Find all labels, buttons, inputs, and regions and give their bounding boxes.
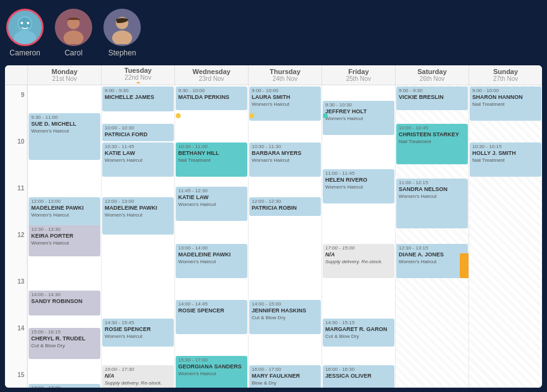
appt-na-tue[interactable]: 16:00 - 17:30 N/A Supply delivery. Re-st… [102,365,174,388]
tuesday-dot [136,82,140,83]
avatar-img-cameron [6,9,44,46]
appt-sandra-nelson[interactable]: 11:00 - 12:15 SANDRA NELSON Women's Hair… [396,179,468,228]
wednesday-yellow-dot [176,113,181,118]
day-header-mon: Monday 21st Nov [27,65,101,85]
appt-patricia-robin[interactable]: 12:00 - 12:30 PATRICIA ROBIN [249,197,321,216]
appt-sue-michell[interactable]: 9:30 - 11:00 SUE D. MICHELL Women's Hair… [29,113,100,160]
appt-na-fri[interactable]: 17:00 - 15:00 N/A Supply delivery. Re-st… [323,244,394,278]
thursday-yellow-dot [249,113,254,118]
appt-georgiana-sanders[interactable]: 15:30 - 17:00 GEORGIANA SANDERS Women's … [176,356,247,388]
appt-diane-jones[interactable]: 12:30 - 13:15 DIANE A. JONES Women's Hai… [396,244,468,278]
time-column: 9 10 11 12 13 14 15 [5,85,27,388]
appt-sharon-hannon[interactable]: 9:00 - 10:00 SHARON HANNON Nail Treatmen… [470,86,541,121]
appt-jeffrey-holt[interactable]: 9:30 - 10:30 JEFFREY HOLT Women's Haircu… [323,101,394,135]
day-header-sat: Saturday 26th Nov [395,65,469,85]
appt-jennifer-haskins[interactable]: 14:00 - 15:00 JENNIFER HASKINS Cut & Blo… [249,300,321,334]
appt-laura-smith[interactable]: 9:00 - 10:00 LAURA SMITH Women's Haircut [249,86,321,121]
day-header-thu: Thursday 24th Nov [248,65,321,85]
appt-christeen-starkey[interactable]: 10:00 - 10:45 CHRISTEEN STARKEY Nail Tre… [396,124,468,164]
day-col-thursday: 9:00 - 10:00 LAURA SMITH Women's Haircut… [248,85,321,388]
svg-point-1 [14,30,36,44]
appt-katie-law-tue[interactable]: 10:30 - 11:45 KATIE LAW Women's Haircut [102,142,174,177]
appt-helen-rivero[interactable]: 11:00 - 11:45 HELEN RIVERO Women's Hairc… [323,169,394,203]
day-header-wed: Wednesday 23rd Nov [174,65,248,85]
avatar-img-stephen [103,9,141,46]
day-header-sun: Sunday 27th Nov [469,65,542,85]
appt-sandy-robinson[interactable]: 14:00 - 14:30 SANDY ROBINSON [29,291,100,315]
day-col-sunday: 9:00 - 10:00 SHARON HANNON Nail Treatmen… [469,85,542,388]
appt-bethany-hill[interactable]: 10:30 - 11:00 BETHANY HILL Nail Treatmen… [176,142,247,177]
day-col-monday: 9:30 - 11:00 SUE D. MICHELL Women's Hair… [27,85,101,388]
appt-madeleine-tue[interactable]: 12:00 - 13:00 MADELEINE PAWKI Women's Ha… [102,197,174,235]
appt-rosie-tue[interactable]: 14:30 - 15:45 ROSIE SPENCER Women's Hair… [102,319,174,347]
avatar-name-cameron: Cameron [9,49,40,57]
appt-margaret-garon[interactable]: 14:30 - 15:15 MARGARET R. GARON Cut & Bl… [323,319,394,347]
calendar-header: Monday 21st Nov Tuesday 22nd Nov Wednesd… [5,65,542,85]
days-grid: 9:30 - 11:00 SUE D. MICHELL Women's Hair… [27,85,542,388]
calendar: Monday 21st Nov Tuesday 22nd Nov Wednesd… [5,65,542,388]
svg-point-2 [19,17,31,30]
appt-katie-law-wed[interactable]: 11:45 - 12:30 KATIE LAW Women's Haircut [176,187,247,221]
appt-madeleine-wed[interactable]: 13:00 - 14:00 MADELEINE PAWKI Women's Ha… [176,244,247,278]
avatar-name-carol: Carol [65,49,83,57]
time-col-header [5,65,27,85]
appt-patricia-ford[interactable]: 10:00 - 10:30 PATRICIA FORD [102,124,174,141]
avatar-cameron[interactable]: Cameron [6,9,44,57]
appt-barbara-myers[interactable]: 10:30 - 11:30 BARBARA MYERS Woman's Hair… [249,142,321,177]
appt-matilda-perkins[interactable]: 9:30 - 10:00 MATILDA PERKINS [176,86,247,110]
appt-rosie-wed[interactable]: 14:00 - 14:45 ROSIE SPENCER [176,300,247,334]
appt-mary-faulkner[interactable]: 16:00 - 17:00 MARY FAULKNER Blow & Dry [249,365,321,388]
avatar-img-carol [55,9,92,46]
svg-point-3 [21,22,23,24]
friday-green-dot [323,113,328,118]
appt-jessica-oliver[interactable]: 16:00 - 16:30 JESSICA OLIVER [323,365,394,388]
day-header-fri: Friday 25th Nov [321,65,395,85]
day-col-tuesday: 9:00 - 9:30 MICHELLE JAMES 10:00 - 10:30… [101,85,174,388]
day-col-saturday: 9:00 - 9:30 VICKIE BRESLIN 10:00 - 10:45… [395,85,469,388]
avatar-carol[interactable]: Carol [55,9,92,57]
appt-michelle-james[interactable]: 9:00 - 9:30 MICHELLE JAMES [102,86,174,111]
day-col-friday: 9:30 - 10:30 JEFFREY HOLT Women's Haircu… [321,85,395,388]
day-col-wednesday: 9:30 - 10:00 MATILDA PERKINS 10:30 - 11:… [174,85,248,388]
appt-cheryl-trudel[interactable]: 15:00 - 16:15 CHERYL R. TRUDEL Cut & Blo… [29,328,100,359]
scroll-indicator[interactable] [460,253,469,278]
appt-vickie-breslin[interactable]: 9:00 - 9:30 VICKIE BRESLIN [396,86,468,110]
svg-point-4 [27,22,29,24]
day-header-tue: Tuesday 22nd Nov [101,65,174,85]
calendar-body: 9 10 11 12 13 14 15 [5,85,542,388]
top-bar: Cameron Carol Stephen [0,0,547,65]
appt-erin-simmons[interactable]: 17:00 - 17:30 ERIN SIMMONS [29,384,100,388]
avatar-stephen[interactable]: Stephen [103,9,141,57]
appt-keira-porter[interactable]: 12:30 - 13:30 KEIRA PORTER Women's Hairc… [29,225,100,256]
appt-holly-smith[interactable]: 10:30 - 10:15 HOLLY J. SMITH Nail Treatm… [470,142,541,177]
avatar-name-stephen: Stephen [108,49,136,57]
